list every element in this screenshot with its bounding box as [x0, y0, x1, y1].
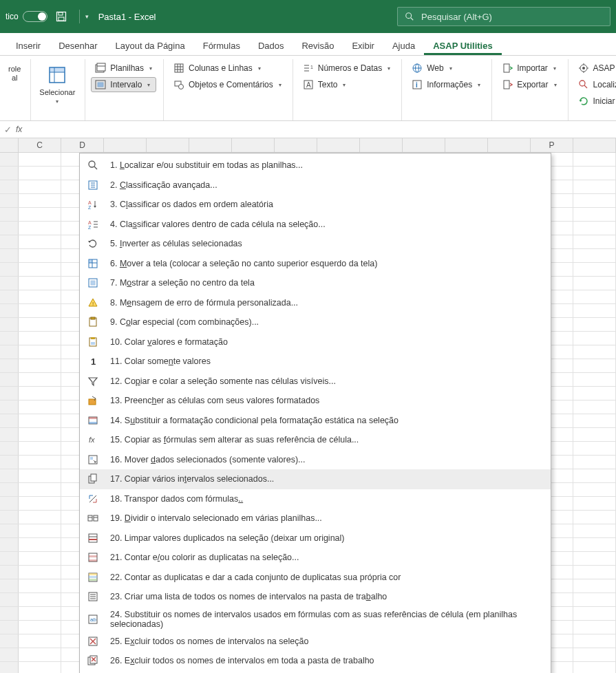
azlines-icon: AZ: [87, 218, 99, 231]
column-header[interactable]: [189, 138, 232, 152]
titlebar: tico ▾ Pasta1 - Excel Pesquisar (Alt+G): [0, 0, 616, 33]
menu-item-4[interactable]: AZ4. Classificar valores dentro de cada …: [80, 215, 551, 235]
menu-item-18[interactable]: 18. Transpor dados com fórmulas..: [80, 489, 551, 509]
svg-rect-88: [89, 559, 97, 562]
menu-item-8[interactable]: !8. Mensagem de erro de fórmula personal…: [80, 293, 551, 313]
menu-item-20[interactable]: 20. Limpar valores duplicados na seleção…: [80, 528, 551, 548]
menu-item-3[interactable]: AZ3. Classificar os dados em ordem aleat…: [80, 195, 551, 215]
tab-desenhar[interactable]: Desenhar: [50, 36, 106, 55]
menu-item-10[interactable]: 10. Colar valores e formatação: [80, 332, 551, 352]
menu-item-5[interactable]: 5. Inverter as células selecionadas: [80, 234, 551, 254]
column-header[interactable]: [317, 138, 360, 152]
tab-ajuda[interactable]: Ajuda: [383, 36, 424, 55]
menu-item-11[interactable]: 111. Colar somente valores: [80, 352, 551, 372]
column-header[interactable]: [445, 138, 488, 152]
menu-item-2[interactable]: 2. Classificação avançada...: [80, 175, 551, 195]
column-header[interactable]: [403, 138, 445, 152]
svg-line-78: [89, 495, 96, 502]
svg-text:Z: Z: [88, 225, 92, 230]
spreadsheet-grid[interactable]: 1. Localizar e/ou substituir em todas as…: [0, 153, 616, 673]
svg-text:ab: ab: [90, 617, 96, 623]
tab-layout-da-página[interactable]: Layout da Página: [107, 36, 194, 55]
iniciar-ultima-menu[interactable]: Iniciar a últi: [574, 94, 616, 109]
tab-asap-utilities[interactable]: ASAP Utilities: [424, 36, 501, 55]
save-icon[interactable]: [56, 11, 67, 22]
menu-item-label: 16. Mover dados selecionados (somente va…: [110, 455, 306, 464]
menu-item-12[interactable]: 12. Copiar e colar a seleção somente nas…: [80, 372, 551, 392]
fx-icon[interactable]: fx: [16, 125, 22, 134]
center-icon: [87, 277, 99, 289]
controle-button[interactable]: role al: [6, 63, 23, 84]
menu-item-label: 5. Inverter as células selecionadas: [110, 239, 242, 248]
column-header[interactable]: P: [531, 138, 573, 152]
tab-fórmulas[interactable]: Fórmulas: [194, 36, 249, 55]
menu-item-27[interactable]: 27. Excluir todos os nomes de intervalo …: [80, 671, 551, 674]
menu-item-label: 6. Mover a tela (colocar a seleção no ca…: [110, 259, 377, 268]
search-box[interactable]: Pesquisar (Alt+G): [397, 7, 610, 26]
ribbon-tabs: InserirDesenharLayout da PáginaFórmulasD…: [0, 33, 616, 56]
menu-item-24[interactable]: ab24. Substituir os nomes de intervalos …: [80, 607, 551, 632]
menu-item-17[interactable]: 17. Copiar vários intervalos selecionado…: [80, 469, 551, 489]
web-menu[interactable]: Web▾: [407, 61, 485, 76]
column-header[interactable]: D: [61, 138, 104, 152]
tab-inserir[interactable]: Inserir: [7, 36, 50, 55]
column-header[interactable]: [573, 138, 616, 152]
menu-item-label: 24. Substituir os nomes de intervalos us…: [110, 610, 541, 629]
opcoes-label[interactable]: Opçõ: [574, 110, 616, 120]
planilhas-menu[interactable]: Planilhas▾: [91, 61, 156, 76]
menu-item-25[interactable]: 25. Excluir todos os nomes de intervalos…: [80, 632, 551, 652]
svg-rect-66: [91, 337, 95, 339]
asap-utilities-menu[interactable]: ASAP Utilitie: [574, 61, 616, 76]
column-header[interactable]: [147, 138, 189, 152]
column-header[interactable]: [360, 138, 403, 152]
informacoes-menu[interactable]: i Informações▾: [407, 77, 485, 92]
qat-dropdown[interactable]: ▾: [85, 13, 89, 20]
colunas-menu[interactable]: Colunas e Linhas▾: [169, 61, 286, 76]
menu-item-label: 11. Colar somente valores: [110, 356, 211, 366]
menu-item-23[interactable]: 23. Criar uma lista de todos os nomes de…: [80, 587, 551, 607]
list-icon: [87, 590, 99, 603]
menu-item-6[interactable]: 6. Mover a tela (colocar a seleção no ca…: [80, 254, 551, 274]
texto-menu[interactable]: A Texto▾: [299, 77, 394, 92]
menu-item-1[interactable]: 1. Localizar e/ou substituir em todas as…: [80, 156, 551, 175]
menu-item-label: 14. Substituir a formatação condicional …: [110, 416, 399, 425]
tab-revisão[interactable]: Revisão: [293, 36, 343, 55]
menu-item-9[interactable]: 9. Colar especial (com combinações)...: [80, 312, 551, 332]
svg-rect-71: [89, 417, 97, 419]
menu-item-label: 1. Localizar e/ou substituir em todas as…: [110, 160, 303, 170]
menu-item-16[interactable]: 16. Mover dados selecionados (somente va…: [80, 450, 551, 470]
tico-label: tico: [6, 12, 19, 21]
search-placeholder: Pesquisar (Alt+G): [421, 12, 492, 22]
menu-item-14[interactable]: 14. Substituir a formatação condicional …: [80, 411, 551, 431]
menu-item-label: 4. Classificar valores dentro de cada cé…: [110, 220, 326, 229]
menu-item-26[interactable]: 26. Excluir todos os nomes de intervalos…: [80, 651, 551, 671]
autosave-toggle[interactable]: [23, 11, 47, 22]
cond-icon: [87, 414, 99, 427]
menu-item-7[interactable]: 7. Mostrar a seleção no centro da tela: [80, 273, 551, 293]
svg-point-3: [406, 13, 412, 19]
svg-line-43: [94, 167, 97, 169]
column-header[interactable]: C: [19, 138, 61, 152]
tab-dados[interactable]: Dados: [249, 36, 293, 55]
tab-exibir[interactable]: Exibir: [343, 36, 383, 55]
menu-item-19[interactable]: 19. Dividir o intervalo selecionado em v…: [80, 509, 551, 528]
importar-menu[interactable]: Importar▾: [498, 61, 560, 76]
cancel-icon[interactable]: ✓: [4, 125, 12, 135]
numeros-menu[interactable]: 1 Números e Datas▾: [299, 61, 394, 76]
localizar-menu[interactable]: Localizar e e: [574, 77, 616, 92]
menu-item-22[interactable]: 22. Contar as duplicatas e dar a cada co…: [80, 568, 551, 588]
menu-item-15[interactable]: fx15. Copiar as fórmulas sem alterar as …: [80, 430, 551, 450]
menu-item-13[interactable]: 13. Preencher as células com seus valore…: [80, 391, 551, 411]
intervalo-menu[interactable]: Intervalo▾: [91, 77, 156, 92]
objetos-menu[interactable]: Objetos e Comentários▾: [169, 77, 286, 92]
column-header[interactable]: [275, 138, 317, 152]
exportar-menu[interactable]: Exportar▾: [498, 77, 560, 92]
column-header[interactable]: [488, 138, 531, 152]
selecionar-button[interactable]: Selecionar ▾: [36, 63, 78, 107]
column-header[interactable]: [232, 138, 275, 152]
menu-item-21[interactable]: 21. Contar e/ou colorir as duplicatas na…: [80, 548, 551, 568]
svg-text:Z: Z: [88, 205, 92, 210]
column-header[interactable]: [104, 138, 147, 152]
svg-text:fx: fx: [89, 436, 95, 444]
column-header[interactable]: [0, 138, 19, 152]
